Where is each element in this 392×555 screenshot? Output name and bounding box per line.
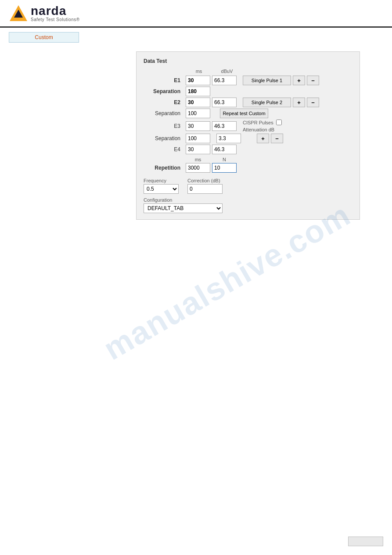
single-pulse-1-button[interactable]: Single Pulse 1	[243, 76, 291, 85]
dbuv-unit-header: dBuV	[214, 69, 240, 74]
e3-label: E3	[144, 123, 184, 129]
e2-plus-button[interactable]: +	[293, 98, 305, 107]
cispr-checkbox[interactable]	[276, 120, 282, 125]
attn-value-field[interactable]	[216, 134, 241, 143]
single-pulse-2-button[interactable]: Single Pulse 2	[243, 98, 291, 107]
e4-row: E4	[144, 145, 352, 154]
correction-field[interactable]	[187, 184, 223, 194]
data-test-panel: Data Test ms dBuV E1 Single Pulse 1 + − …	[136, 51, 360, 220]
repetition-label: Repetition	[144, 165, 184, 171]
config-section: Configuration DEFAULT_TAB CUSTOM_1 CUSTO…	[144, 197, 352, 213]
ms-unit-header: ms	[186, 69, 212, 74]
panel-title: Data Test	[144, 58, 352, 64]
rep-ms-header: ms	[186, 157, 210, 162]
configuration-select[interactable]: DEFAULT_TAB CUSTOM_1 CUSTOM_2	[144, 203, 223, 213]
separation1-row: Separation	[144, 87, 352, 96]
attn-label: Attenuation dB	[243, 127, 282, 132]
cispr-row: CISPR Pulses	[243, 120, 282, 125]
e4-label: E4	[144, 146, 184, 152]
e2-dbuv-field[interactable]	[212, 98, 237, 107]
logo-brand: narda	[31, 5, 80, 17]
logo-text: narda Safety Test Solutions®	[31, 5, 80, 22]
e1-plus-button[interactable]: +	[293, 76, 305, 85]
freq-section: Frequency 0.5 1.0 2.0 Correction (dB)	[144, 178, 352, 194]
e2-row: E2 Single Pulse 2 + −	[144, 98, 352, 107]
frequency-group: Frequency 0.5 1.0 2.0	[144, 178, 179, 194]
logo-subtitle: Safety Test Solutions®	[31, 17, 80, 22]
e4-ms-field[interactable]	[186, 145, 210, 154]
e1-minus-button[interactable]: −	[307, 76, 319, 85]
e4-dbuv-field[interactable]	[212, 145, 237, 154]
configuration-label: Configuration	[144, 197, 352, 203]
logo: narda Safety Test Solutions®	[9, 4, 80, 22]
separation2-ms-field[interactable]	[186, 109, 210, 118]
cispr-label: CISPR Pulses	[243, 120, 273, 125]
correction-label: Correction (dB)	[187, 178, 223, 183]
repetition-row: Repetition	[144, 163, 352, 173]
panel-container: Data Test ms dBuV E1 Single Pulse 1 + − …	[136, 51, 383, 220]
separation3-ms-field[interactable]	[186, 134, 210, 143]
separation1-ms-field[interactable]	[186, 87, 210, 96]
watermark: manualshive.com	[97, 196, 356, 367]
e1-row: E1 Single Pulse 1 + −	[144, 76, 352, 85]
e3-row: E3 CISPR Pulses Attenuation dB	[144, 120, 352, 132]
e2-label: E2	[144, 99, 184, 105]
e1-dbuv-field[interactable]	[212, 76, 237, 85]
e1-label: E1	[144, 77, 184, 83]
frequency-label: Frequency	[144, 178, 179, 183]
attn-plus-button[interactable]: +	[257, 134, 269, 143]
header: narda Safety Test Solutions®	[0, 0, 392, 28]
rep-ms-field[interactable]	[186, 163, 210, 173]
correction-group: Correction (dB)	[187, 178, 223, 194]
attn-minus-button[interactable]: −	[271, 134, 283, 143]
separation2-label: Separation	[144, 110, 184, 116]
rep-n-field[interactable]	[212, 163, 237, 173]
e3-ms-field[interactable]	[186, 121, 210, 131]
separation3-label: Separation	[144, 135, 184, 141]
custom-tab-container: Custom	[9, 32, 383, 43]
repeat-test-button[interactable]: Repeat test Custom	[220, 109, 268, 118]
logo-triangle-icon	[9, 4, 28, 22]
separation3-row: Separation + −	[144, 134, 352, 143]
e2-ms-field[interactable]	[186, 98, 210, 107]
rep-n-header: N	[212, 157, 237, 162]
bottom-right-box	[348, 537, 383, 546]
custom-tab-button[interactable]: Custom	[9, 32, 79, 43]
frequency-select[interactable]: 0.5 1.0 2.0	[144, 184, 179, 194]
separation1-label: Separation	[144, 88, 184, 94]
separation2-row: Separation Repeat test Custom	[144, 109, 352, 118]
repetition-section: ms N Repetition	[144, 157, 352, 173]
e2-minus-button[interactable]: −	[307, 98, 319, 107]
e1-ms-field[interactable]	[186, 76, 210, 85]
e3-dbuv-field[interactable]	[212, 121, 237, 131]
